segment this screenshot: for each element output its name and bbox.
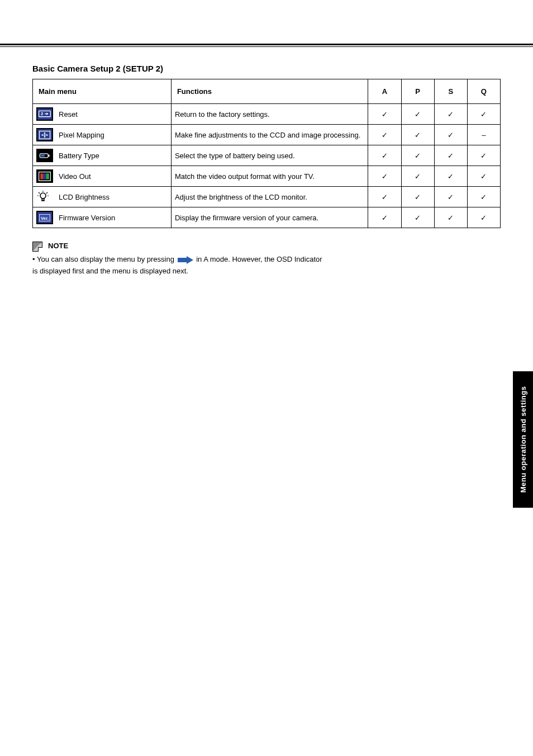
table-row: 2 Reset Return to the factory settings. … [33, 104, 501, 125]
row-mode: ✓ [434, 166, 467, 187]
col-mode-3: Q [467, 79, 500, 104]
table-row: Video Out Match the video output format … [33, 166, 501, 187]
row-label: Battery Type [59, 152, 99, 160]
svg-rect-7 [40, 173, 43, 179]
row-mode: ✓ [401, 125, 434, 145]
svg-rect-4 [48, 155, 50, 157]
row-label: Video Out [59, 172, 91, 181]
reset-icon: 2 [36, 107, 53, 121]
row-mode: ✓ [401, 207, 434, 228]
row-mode: ✓ [368, 207, 401, 228]
arrow-right-icon [178, 256, 193, 264]
row-mode: ✓ [434, 145, 467, 166]
row-mode: ✓ [434, 125, 467, 145]
version-icon: Ver. [36, 211, 53, 224]
col-mode-2: S [434, 79, 467, 104]
row-func: Return to the factory settings. [171, 104, 368, 125]
table-row: LCD Brightness Adjust the brightness of … [33, 187, 501, 207]
row-func: Match the video output format with your … [171, 166, 368, 187]
row-mode: ✓ [467, 207, 500, 228]
col-functions: Functions [171, 79, 368, 104]
note-body: • You can also display the menu by press… [32, 254, 501, 277]
row-func: Make fine adjustments to the CCD and ima… [171, 125, 368, 145]
row-mode: ✓ [368, 125, 401, 145]
row-mode: ✓ [434, 187, 467, 207]
row-mode: ✓ [467, 187, 500, 207]
row-func: Adjust the brightness of the LCD monitor… [171, 187, 368, 207]
table-row: Ver. Firmware Version Display the firmwa… [33, 207, 501, 228]
row-mode: ✓ [368, 145, 401, 166]
row-label: LCD Brightness [59, 193, 110, 201]
battery-icon [36, 149, 53, 162]
row-mode: ✓ [401, 166, 434, 187]
col-mode-1: P [401, 79, 434, 104]
pixel-mapping-icon [36, 128, 53, 141]
svg-point-10 [40, 193, 46, 199]
note-label: NOTE [48, 240, 68, 252]
svg-rect-9 [46, 173, 49, 179]
table-row: Pixel Mapping Make fine adjustments to t… [33, 125, 501, 145]
row-mode: ✓ [401, 187, 434, 207]
row-mode: ✓ [368, 187, 401, 207]
row-mode: ✓ [401, 145, 434, 166]
row-mode: ✓ [368, 166, 401, 187]
row-label: Firmware Version [59, 214, 115, 222]
svg-rect-5 [41, 155, 45, 157]
row-mode: ✓ [401, 104, 434, 125]
row-mode: ✓ [434, 104, 467, 125]
row-mode: ✓ [467, 104, 500, 125]
brightness-icon [36, 190, 53, 204]
row-mode: ✓ [368, 104, 401, 125]
col-mode-0: A [368, 79, 401, 104]
col-main-menu: Main menu [33, 79, 172, 104]
svg-rect-8 [43, 173, 46, 179]
row-func: Display the firmware version of your cam… [171, 207, 368, 228]
note-icon [32, 242, 42, 252]
table-row: Battery Type Select the type of battery … [33, 145, 501, 166]
row-label: Pixel Mapping [59, 131, 104, 139]
setup-menu-table: Main menu Functions A P S Q [32, 79, 501, 228]
row-mode: ✓ [467, 145, 500, 166]
row-label: Reset [59, 110, 78, 119]
section-title: Basic Camera Setup 2 (SETUP 2) [32, 64, 501, 73]
row-mode: – [467, 125, 500, 145]
row-func: Select the type of battery being used. [171, 145, 368, 166]
row-mode: ✓ [434, 207, 467, 228]
svg-text:2: 2 [41, 111, 44, 116]
video-out-icon [36, 169, 53, 183]
row-mode: ✓ [467, 166, 500, 187]
svg-text:Ver.: Ver. [41, 216, 49, 221]
side-tab: Menu operation and settings [513, 371, 533, 508]
